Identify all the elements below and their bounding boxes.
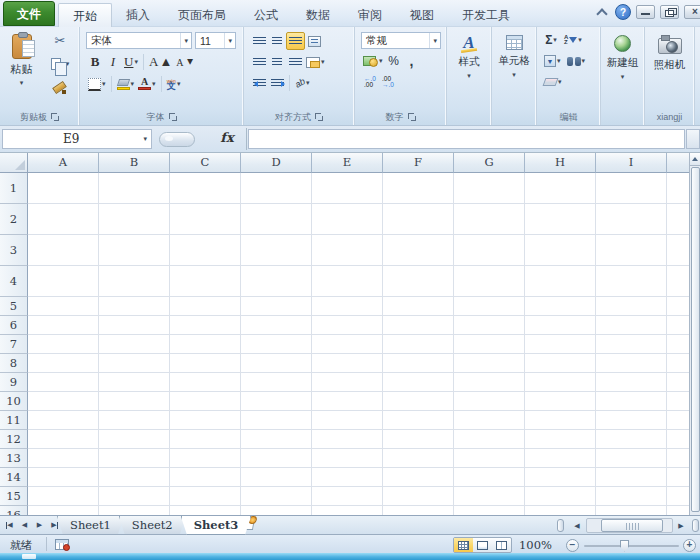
vertical-scrollbar-thumb[interactable] — [691, 167, 700, 512]
accounting-format-button[interactable]: ▾ — [361, 52, 385, 70]
close-window-button[interactable]: × — [684, 5, 700, 19]
row-header[interactable]: 12 — [0, 430, 28, 449]
file-menu-button[interactable]: 文件 — [3, 1, 55, 26]
ribbon-tab[interactable]: 插入 — [112, 3, 164, 27]
chevron-down-icon[interactable]: ▾ — [429, 33, 440, 48]
formula-input[interactable] — [248, 129, 685, 149]
page-break-view-button[interactable] — [492, 538, 511, 552]
orientation-button[interactable]: ab▾ — [293, 74, 312, 92]
previous-sheet-button[interactable]: ◀ — [18, 518, 31, 532]
wrap-text-button[interactable] — [305, 32, 323, 50]
ribbon-tab[interactable]: 开始 — [58, 3, 112, 27]
format-painter-button[interactable] — [42, 79, 78, 97]
row-cells-area[interactable] — [28, 354, 689, 373]
row-cells-area[interactable] — [28, 392, 689, 411]
row-header[interactable]: 4 — [0, 266, 28, 297]
next-sheet-button[interactable]: ▶ — [33, 518, 46, 532]
zoom-slider-thumb[interactable] — [620, 540, 629, 552]
row-header[interactable]: 5 — [0, 297, 28, 316]
row-cells-area[interactable] — [28, 204, 689, 235]
merge-center-button[interactable]: ▾ — [304, 53, 327, 71]
row-header[interactable]: 16 — [0, 506, 28, 515]
page-layout-view-button[interactable] — [473, 538, 492, 552]
row-cells-area[interactable] — [28, 468, 689, 487]
first-sheet-button[interactable]: ◀ — [3, 518, 16, 532]
select-all-corner[interactable] — [0, 153, 28, 173]
cells-button[interactable]: 单元格 ▾ — [492, 27, 536, 110]
zoom-in-button[interactable]: + — [683, 539, 696, 552]
column-header[interactable]: B — [99, 153, 170, 173]
align-center-button[interactable] — [268, 53, 286, 71]
sheet-tab[interactable]: Sheet3 — [181, 516, 252, 535]
chevron-down-icon[interactable]: ▾ — [224, 33, 235, 48]
minimize-ribbon-icon[interactable] — [594, 5, 610, 19]
align-right-button[interactable] — [286, 53, 304, 71]
increase-decimal-button[interactable]: ←.0.00 — [361, 73, 379, 91]
alignment-dialog-launcher-icon[interactable] — [315, 113, 323, 121]
scrollbar-resize-handle[interactable] — [692, 519, 699, 532]
row-cells-area[interactable] — [28, 487, 689, 506]
row-cells-area[interactable] — [28, 235, 689, 266]
comma-style-button[interactable]: , — [403, 52, 421, 70]
row-header[interactable]: 7 — [0, 335, 28, 354]
row-cells-area[interactable] — [28, 430, 689, 449]
minimize-window-button[interactable] — [636, 5, 655, 19]
bold-button[interactable]: B — [86, 53, 104, 71]
ribbon-tab[interactable]: 页面布局 — [164, 3, 240, 27]
phonetic-guide-button[interactable]: wén 文 ▾ — [165, 75, 183, 93]
decrease-indent-button[interactable] — [250, 74, 268, 92]
styles-button[interactable]: A 样式 ▾ — [447, 27, 491, 110]
fill-button[interactable]: ▼▾ — [542, 52, 563, 70]
percent-style-button[interactable]: % — [385, 52, 403, 70]
font-dialog-launcher-icon[interactable] — [169, 113, 177, 121]
vertical-scrollbar[interactable] — [689, 153, 700, 515]
column-header[interactable]: A — [28, 153, 99, 173]
paste-button[interactable]: 粘贴 ▾ — [3, 30, 40, 108]
help-icon[interactable]: ? — [615, 4, 631, 20]
row-header[interactable]: 3 — [0, 235, 28, 266]
decrease-decimal-button[interactable]: .00→.0 — [379, 73, 397, 91]
scroll-up-icon[interactable] — [690, 153, 700, 166]
number-format-combo[interactable]: 常规 ▾ — [361, 32, 441, 49]
sheet-tab[interactable]: Sheet2 — [119, 516, 186, 535]
scroll-right-button[interactable]: ▶ — [674, 518, 688, 533]
font-size-combo[interactable]: 11 ▾ — [195, 32, 236, 49]
ribbon-tab[interactable]: 数据 — [292, 3, 344, 27]
autosum-button[interactable]: Σ▾ — [542, 31, 560, 49]
row-cells-area[interactable] — [28, 449, 689, 468]
sheet-tab[interactable]: Sheet1 — [57, 516, 124, 535]
chevron-down-icon[interactable]: ▾ — [139, 136, 151, 142]
column-header[interactable]: F — [383, 153, 454, 173]
ribbon-tab[interactable]: 视图 — [396, 3, 448, 27]
horizontal-scrollbar[interactable] — [586, 518, 673, 533]
bottom-align-button[interactable] — [286, 32, 305, 50]
zoom-level[interactable]: 100% — [519, 538, 552, 552]
row-cells-area[interactable] — [28, 316, 689, 335]
zoom-out-button[interactable]: − — [566, 539, 579, 552]
row-cells-area[interactable] — [28, 266, 689, 297]
row-header[interactable]: 2 — [0, 204, 28, 235]
fill-color-button[interactable]: ▾ — [115, 75, 137, 93]
horizontal-scrollbar-thumb[interactable] — [601, 519, 663, 532]
row-cells-area[interactable] — [28, 297, 689, 316]
font-name-combo[interactable]: 宋体 ▾ — [86, 32, 192, 49]
borders-button[interactable]: ▾ — [86, 75, 108, 93]
column-header-partial[interactable] — [667, 153, 689, 173]
zoom-slider-track[interactable] — [584, 545, 679, 547]
clear-button[interactable]: ▾ — [542, 73, 564, 91]
column-header[interactable]: D — [241, 153, 312, 173]
row-header[interactable]: 10 — [0, 392, 28, 411]
clipboard-dialog-launcher-icon[interactable] — [51, 113, 59, 121]
row-header[interactable]: 15 — [0, 487, 28, 506]
row-header[interactable]: 6 — [0, 316, 28, 335]
ribbon-tab[interactable]: 公式 — [240, 3, 292, 27]
row-header[interactable]: 11 — [0, 411, 28, 430]
ribbon-tab[interactable]: 审阅 — [344, 3, 396, 27]
ribbon-tab[interactable]: 开发工具 — [448, 3, 524, 27]
normal-view-button[interactable] — [454, 538, 473, 552]
restore-window-button[interactable] — [660, 5, 679, 19]
scroll-left-button[interactable]: ◀ — [570, 518, 584, 533]
column-header[interactable]: E — [312, 153, 383, 173]
camera-button[interactable]: 照相机 — [645, 27, 694, 110]
increase-font-size-button[interactable]: A▲ — [147, 53, 174, 71]
